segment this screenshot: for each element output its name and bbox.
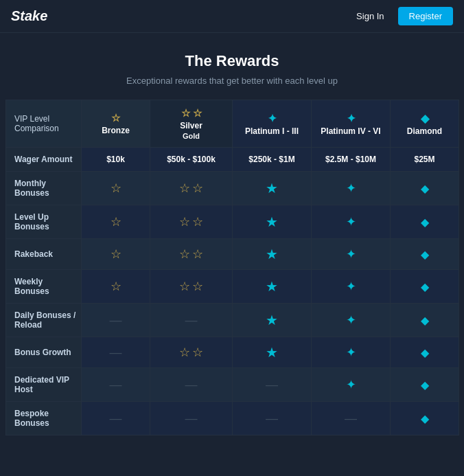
diamond-cell-icon: ◆ (421, 281, 429, 293)
table-cell: ☆☆ (150, 239, 233, 270)
dash-icon: — (185, 313, 198, 327)
star-crown-cyan-icon: ✦ (346, 378, 356, 392)
signin-button[interactable]: Sign In (348, 7, 392, 25)
dash-icon: — (110, 345, 122, 359)
table-row: Daily Bonuses /Reload——★✦◆ (6, 304, 459, 337)
table-cell: ◆ (391, 239, 459, 270)
diamond-cell-icon: ◆ (421, 413, 429, 424)
table-cell: ☆ (82, 172, 150, 205)
star-crown-cyan-icon: ✦ (346, 345, 356, 359)
table-cell: ★ (233, 172, 312, 205)
table-cell: — (82, 368, 150, 402)
row-label: Level Up Bonuses (6, 205, 82, 239)
table-cell: ✦ (312, 205, 391, 239)
diamond-cell-icon: ◆ (421, 216, 429, 228)
bronze-star-icon: ☆ (111, 112, 120, 124)
dash-icon: — (110, 378, 122, 392)
row-label: Bespoke Bonuses (6, 402, 82, 435)
table-cell: ★ (233, 205, 312, 239)
table-cell: — (82, 402, 150, 435)
diamond-cell-icon: ◆ (421, 379, 429, 391)
hero-section: The Rewards Exceptional rewards that get… (0, 33, 464, 100)
diamond-cell-icon: ◆ (421, 315, 429, 326)
table-row: Level Up Bonuses☆☆☆★✦◆ (6, 205, 459, 239)
register-button[interactable]: Register (398, 7, 453, 25)
col-header-silver-gold: ☆ ☆ Silver Gold (150, 100, 233, 148)
silver-star-icon: ☆ (181, 107, 190, 120)
table-row: Rakeback☆☆☆★✦◆ (6, 239, 459, 270)
rewards-table: VIP Level Comparison ☆ Bronze ☆ ☆ (5, 100, 459, 435)
diamond-cell-icon: ◆ (421, 347, 429, 359)
row-label: Wager Amount (6, 148, 82, 172)
silver-label: Silver (180, 121, 202, 131)
star-crown-cyan-icon: ✦ (346, 313, 356, 327)
table-cell: ☆☆ (150, 205, 233, 239)
table-cell: ◆ (391, 205, 459, 239)
star-cyan-icon: ★ (266, 181, 278, 196)
star-double-icon: ☆☆ (179, 214, 203, 229)
dash-icon: — (110, 313, 122, 327)
table-cell: $250k - $1M (233, 148, 312, 172)
table-cell: ◆ (391, 304, 459, 337)
star-double-icon: ☆☆ (179, 181, 203, 196)
star-cyan-icon: ★ (266, 313, 278, 328)
table-row: Monthly Bonuses☆☆☆★✦◆ (6, 172, 459, 205)
diamond-cell-icon: ◆ (421, 183, 429, 194)
star-crown-cyan-icon: ✦ (346, 247, 356, 261)
col-header-bronze: ☆ Bronze (82, 100, 150, 148)
table-cell: ☆☆ (150, 172, 233, 205)
gold-star-icon: ☆ (193, 107, 202, 120)
star-double-icon: ☆☆ (179, 279, 203, 294)
row-label: Bonus Growth (6, 337, 82, 368)
table-cell: — (150, 304, 233, 337)
dash-icon: — (110, 411, 122, 425)
row-label: Monthly Bonuses (6, 172, 82, 205)
rewards-table-container: VIP Level Comparison ☆ Bronze ☆ ☆ (0, 100, 464, 446)
col-header-diamond: ◆ Diamond (391, 100, 459, 148)
table-cell: ◆ (391, 402, 459, 435)
dash-icon: — (185, 411, 198, 425)
platinum2-label: Platinum IV - VI (321, 126, 380, 136)
table-cell: $50k - $100k (150, 148, 233, 172)
star-empty-icon: ☆ (111, 280, 121, 293)
platinum1-icon: ✦ (268, 112, 277, 125)
table-cell: $2.5M - $10M (312, 148, 391, 172)
star-double-icon: ☆☆ (179, 247, 203, 262)
row-label: Dedicated VIP Host (6, 368, 82, 402)
star-empty-icon: ☆ (111, 181, 121, 195)
table-cell: ✦ (312, 270, 391, 304)
star-cyan-icon: ★ (266, 214, 278, 229)
diamond-cell-icon: ◆ (421, 249, 429, 260)
gold-label: Gold (183, 132, 200, 140)
table-cell: — (82, 337, 150, 368)
star-cyan-icon: ★ (266, 247, 278, 262)
table-cell: ◆ (391, 337, 459, 368)
table-cell: ✦ (312, 172, 391, 205)
table-cell: ☆ (82, 239, 150, 270)
table-cell: ★ (233, 270, 312, 304)
bronze-label: Bronze (102, 126, 130, 135)
platinum1-label: Platinum I - III (245, 126, 299, 136)
table-cell: ✦ (312, 337, 391, 368)
star-crown-cyan-icon: ✦ (346, 280, 356, 293)
header: Stake Sign In Register (0, 0, 464, 33)
star-empty-icon: ☆ (111, 215, 121, 229)
table-row: Bonus Growth—☆☆★✦◆ (6, 337, 459, 368)
table-cell: — (233, 368, 312, 402)
table-header-first: VIP Level Comparison (6, 100, 82, 148)
table-cell: $25M (391, 148, 459, 172)
table-cell: — (150, 368, 233, 402)
table-cell: ★ (233, 239, 312, 270)
table-row: Wager Amount$10k$50k - $100k$250k - $1M$… (6, 148, 459, 172)
star-crown-cyan-icon: ✦ (346, 215, 356, 229)
table-row: Bespoke Bonuses————◆ (6, 402, 459, 435)
table-cell: ★ (233, 304, 312, 337)
col-header-platinum-1-3: ✦ Platinum I - III (233, 100, 312, 148)
dash-icon: — (266, 378, 278, 392)
star-double-icon: ☆☆ (179, 345, 203, 360)
table-cell: — (312, 402, 391, 435)
table-cell: $10k (82, 148, 150, 172)
table-cell: ★ (233, 337, 312, 368)
table-cell: — (82, 304, 150, 337)
header-buttons: Sign In Register (348, 7, 453, 25)
